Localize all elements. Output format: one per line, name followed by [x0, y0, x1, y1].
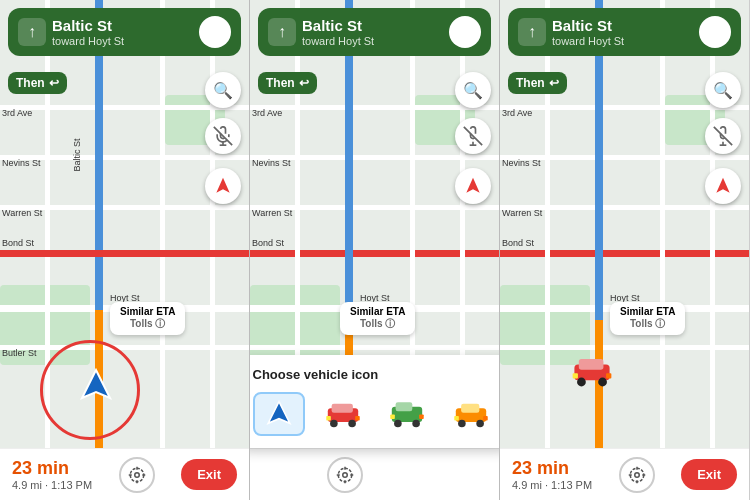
svg-point-29 — [342, 472, 347, 477]
svg-rect-35 — [579, 359, 604, 370]
recenter-button-1[interactable] — [119, 457, 155, 493]
label-warren: Warren St — [2, 208, 42, 218]
time-detail-3: 4.9 mi · 1:13 PM — [512, 479, 592, 491]
svg-point-40 — [634, 472, 639, 477]
then-text-1: Then — [16, 76, 45, 90]
svg-rect-18 — [395, 402, 412, 411]
time-minutes-3: 23 min — [512, 458, 592, 479]
then-icon-2: ↩ — [299, 76, 309, 90]
svg-point-20 — [412, 420, 420, 428]
chooser-arrow-option[interactable] — [253, 392, 305, 436]
svg-marker-10 — [268, 402, 290, 424]
vehicle-arrow-1 — [78, 368, 114, 408]
eta-text-2: Similar ETA — [350, 306, 405, 317]
svg-rect-24 — [461, 404, 479, 413]
nav-text-3: Baltic St toward Hoyt St — [552, 17, 624, 47]
eta-tooltip-1: Similar ETA Tolls ⓘ — [110, 302, 185, 335]
lbl-3rd-3: 3rd Ave — [502, 108, 532, 118]
label-3rd: 3rd Ave — [2, 108, 32, 118]
nav-left-2: ↑ Baltic St toward Hoyt St — [268, 17, 374, 47]
street-toward-1: toward Hoyt St — [52, 35, 124, 47]
street-name-3: Baltic St — [552, 17, 624, 35]
nav-header-2: ↑ Baltic St toward Hoyt St 🎙 — [258, 8, 491, 56]
toll-text-2: Tolls ⓘ — [350, 317, 405, 331]
search-button-3[interactable]: 🔍 — [705, 72, 741, 108]
map-background-3: 3rd Ave Nevins St Warren St Bond St Hoyt… — [500, 0, 749, 448]
then-label-3: Then ↩ — [508, 72, 567, 94]
exit-button-1[interactable]: Exit — [181, 459, 237, 490]
nav-text-1: Baltic St toward Hoyt St — [52, 17, 124, 47]
chooser-options — [253, 392, 497, 436]
direction-indicator-3 — [705, 168, 741, 204]
map-panel-2: 3rd Ave Nevins St Warren St Bond St Hoyt… — [250, 0, 500, 500]
mute-button-3[interactable] — [705, 118, 741, 154]
search-button-1[interactable]: 🔍 — [205, 72, 241, 108]
mute-button-2[interactable] — [455, 118, 491, 154]
svg-rect-21 — [390, 414, 395, 419]
svg-point-19 — [394, 420, 402, 428]
then-label-1: Then ↩ — [8, 72, 67, 94]
map-panel-3: 3rd Ave Nevins St Warren St Bond St Hoyt… — [500, 0, 750, 500]
svg-point-13 — [330, 420, 338, 428]
nav-header-3: ↑ Baltic St toward Hoyt St 🎙 — [508, 8, 741, 56]
bottom-bar-3: 23 min 4.9 mi · 1:13 PM Exit — [500, 448, 749, 500]
svg-rect-39 — [606, 373, 611, 378]
then-icon-1: ↩ — [49, 76, 59, 90]
svg-point-37 — [598, 378, 607, 387]
chooser-green-truck-option[interactable] — [381, 392, 433, 436]
lbl-warren-3: Warren St — [502, 208, 542, 218]
nav-left-3: ↑ Baltic St toward Hoyt St — [518, 17, 624, 47]
svg-point-5 — [130, 468, 144, 482]
street-toward-3: toward Hoyt St — [552, 35, 624, 47]
mic-button-3[interactable]: 🎙 — [699, 16, 731, 48]
direction-indicator-1 — [205, 168, 241, 204]
then-label-2: Then ↩ — [258, 72, 317, 94]
svg-rect-12 — [331, 404, 352, 413]
then-text-3: Then — [516, 76, 545, 90]
then-icon-3: ↩ — [549, 76, 559, 90]
eta-text-1: Similar ETA — [120, 306, 175, 317]
recenter-button-3[interactable] — [619, 457, 655, 493]
street-name-2: Baltic St — [302, 17, 374, 35]
label-bond: Bond St — [2, 238, 34, 248]
map-panel-1: 3rd Ave Nevins St Warren St Bond St Hoyt… — [0, 0, 250, 500]
road-bond-red — [0, 250, 249, 257]
bottom-bar-2 — [250, 448, 499, 500]
chooser-red-car-option[interactable] — [317, 392, 369, 436]
chooser-yellow-car-option[interactable] — [445, 392, 497, 436]
svg-point-30 — [338, 468, 352, 482]
mic-button-2[interactable]: 🎙 — [449, 16, 481, 48]
direction-indicator-2 — [455, 168, 491, 204]
svg-point-41 — [630, 468, 644, 482]
lbl-nevins-2: Nevins St — [252, 158, 291, 168]
nav-up-arrow-3: ↑ — [518, 18, 546, 46]
lbl-nevins-3: Nevins St — [502, 158, 541, 168]
toll-text-1: Tolls ⓘ — [120, 317, 175, 331]
then-text-2: Then — [266, 76, 295, 90]
search-button-2[interactable]: 🔍 — [455, 72, 491, 108]
mute-button-1[interactable] — [205, 118, 241, 154]
svg-point-14 — [348, 420, 356, 428]
svg-rect-22 — [419, 414, 424, 419]
lbl-3rd-2: 3rd Ave — [252, 108, 282, 118]
lbl-warren-2: Warren St — [252, 208, 292, 218]
v1-3 — [545, 0, 550, 448]
time-detail-1: 4.9 mi · 1:13 PM — [12, 479, 92, 491]
toll-text-3: Tolls ⓘ — [620, 317, 675, 331]
bottom-bar-1: 23 min 4.9 mi · 1:13 PM Exit — [0, 448, 249, 500]
road-v3 — [160, 0, 165, 448]
exit-button-3[interactable]: Exit — [681, 459, 737, 490]
time-info-3: 23 min 4.9 mi · 1:13 PM — [512, 458, 592, 491]
svg-point-4 — [134, 472, 139, 477]
svg-rect-27 — [454, 416, 459, 421]
mic-button-1[interactable]: 🎙 — [199, 16, 231, 48]
svg-point-26 — [476, 420, 484, 428]
nav-left-1: ↑ Baltic St toward Hoyt St — [18, 17, 124, 47]
svg-point-36 — [577, 378, 586, 387]
svg-rect-38 — [573, 373, 578, 378]
eta-text-3: Similar ETA — [620, 306, 675, 317]
road-v4 — [210, 0, 215, 448]
street-toward-2: toward Hoyt St — [302, 35, 374, 47]
v4-3 — [710, 0, 715, 448]
recenter-button-2[interactable] — [327, 457, 363, 493]
